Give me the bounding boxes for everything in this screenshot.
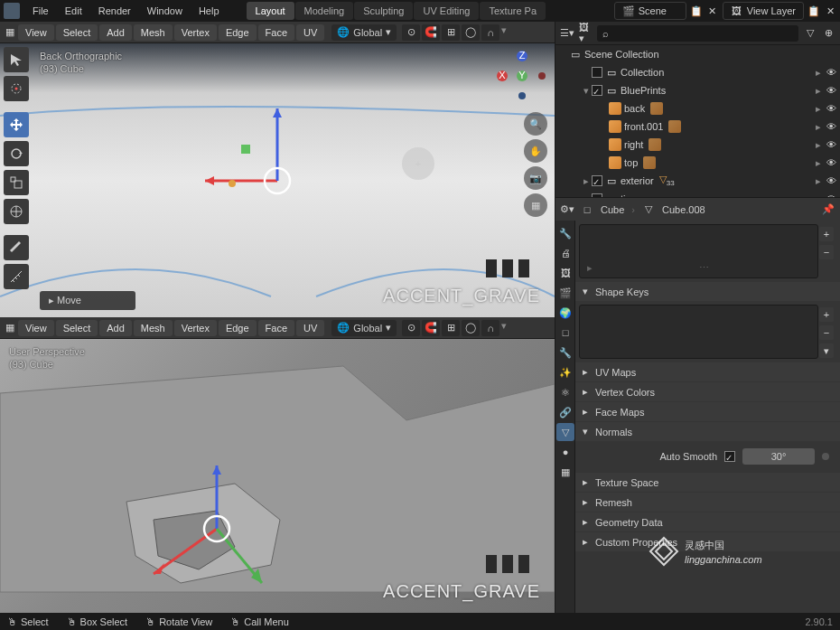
vh1-face[interactable]: Face [258, 24, 294, 41]
vh2-face[interactable]: Face [258, 320, 294, 336]
selectable-icon[interactable]: ▸ [816, 157, 821, 169]
tab-particles[interactable]: ✨ [556, 363, 574, 381]
tab-scene[interactable]: 🎬 [556, 284, 574, 302]
menu-window[interactable]: Window [140, 3, 190, 19]
auto-smooth-angle[interactable]: 30° [742, 448, 815, 465]
cursor-tool[interactable] [4, 47, 29, 72]
tab-material[interactable]: ● [556, 443, 574, 461]
grid-icon[interactable]: ▦ [524, 193, 547, 217]
scene-selector[interactable]: 🎬 Scene [614, 2, 686, 20]
eye-icon[interactable]: 👁 [826, 139, 836, 151]
selectable-icon[interactable]: ▸ [816, 121, 821, 133]
tab-render[interactable]: 🔧 [556, 224, 574, 242]
workspace-tab-layout[interactable]: Layout [247, 2, 294, 20]
transform-tool[interactable] [4, 199, 29, 224]
menu-render[interactable]: Render [91, 3, 138, 19]
remove-button[interactable]: − [819, 325, 834, 340]
viewport-bottom[interactable]: User Perspective (93) Cube ACCENT_GRAVE [0, 339, 555, 613]
eye-icon[interactable]: 👁 [826, 175, 836, 187]
panel-normals[interactable]: ▾Normals [575, 422, 840, 441]
zoom-icon[interactable]: 🔍 [524, 112, 547, 136]
proportional-icon[interactable]: ◯ [462, 320, 480, 336]
panel-texture-space[interactable]: ▸Texture Space [575, 473, 840, 492]
vh1-add[interactable]: Add [99, 24, 132, 41]
annotate-tool[interactable] [4, 235, 29, 260]
camera-icon[interactable]: 📷 [524, 166, 547, 190]
workspace-tab-sculpting[interactable]: Sculpting [354, 2, 413, 20]
tab-object[interactable]: □ [556, 324, 574, 342]
outliner-search[interactable]: ⌕ [597, 25, 798, 42]
shape-keys-list[interactable]: + − ▾ [579, 305, 818, 359]
selectable-icon[interactable]: ▸ [816, 139, 821, 151]
outliner-item[interactable]: top▸👁 [555, 154, 840, 172]
vertex-groups-list[interactable]: + − ▸ ⋯ [579, 224, 818, 278]
panel-uv-maps[interactable]: ▸UV Maps [575, 362, 840, 381]
transform-gizmo-2[interactable] [135, 447, 298, 610]
orientation-dropdown[interactable]: 🌐 Global ▾ [331, 24, 397, 41]
props-type-icon[interactable]: ⚙▾ [561, 203, 574, 216]
vh1-uv[interactable]: UV [296, 24, 324, 41]
menu-file[interactable]: File [25, 3, 56, 19]
display-mode-icon[interactable]: 🖼▾ [579, 27, 592, 40]
tab-modifiers[interactable]: 🔧 [556, 343, 574, 362]
outliner-item[interactable]: front.001▸👁 [555, 118, 840, 136]
layer-browse-icon[interactable]: 📋 [807, 5, 820, 17]
chevron-down-icon[interactable]: ▾ [501, 24, 507, 41]
tab-data[interactable]: ▽ [556, 423, 574, 441]
add-button[interactable]: + [819, 307, 834, 322]
transform-gizmo[interactable] [187, 90, 368, 271]
editor-type-icon[interactable]: ▦ [4, 26, 16, 39]
scale-tool[interactable] [4, 170, 29, 195]
pivot-icon[interactable]: ⊙ [402, 24, 420, 41]
vh2-mesh[interactable]: Mesh [134, 320, 173, 336]
vh2-uv[interactable]: UV [296, 320, 324, 336]
eye-icon[interactable]: 👁 [826, 67, 836, 79]
outliner-item[interactable]: ▾▭BluePrints▸👁 [555, 81, 840, 99]
snap-mode-icon[interactable]: ⊞ [442, 24, 460, 41]
vh2-vertex[interactable]: Vertex [174, 320, 217, 336]
eye-icon[interactable]: 👁 [826, 103, 836, 115]
selectable-icon[interactable]: ▸ [816, 103, 821, 115]
menu-edit[interactable]: Edit [58, 3, 89, 19]
orientation-dropdown-2[interactable]: 🌐 Global ▾ [331, 320, 397, 336]
vh2-view[interactable]: View [18, 320, 54, 336]
workspace-tab-texture[interactable]: Texture Pa [480, 2, 546, 20]
snap-icon[interactable]: 🧲 [422, 24, 440, 41]
visibility-checkbox[interactable] [592, 175, 602, 186]
expand-toggle[interactable]: ▾ [581, 85, 592, 97]
vh1-edge[interactable]: Edge [219, 24, 257, 41]
tab-world[interactable]: 🌍 [556, 304, 574, 322]
scene-close-icon[interactable]: ✕ [706, 5, 719, 17]
vh1-select[interactable]: Select [56, 24, 98, 41]
outliner-item[interactable]: ▸▭tires▸👁 [555, 190, 840, 197]
proportional-mode-icon[interactable]: ∩ [481, 320, 499, 336]
add-button[interactable]: + [819, 227, 834, 241]
vh2-edge[interactable]: Edge [219, 320, 257, 336]
outliner-root[interactable]: ▭ Scene Collection [555, 45, 840, 63]
auto-smooth-checkbox[interactable] [724, 451, 735, 462]
snap-mode-icon[interactable]: ⊞ [442, 320, 460, 336]
outliner-item[interactable]: right▸👁 [555, 136, 840, 154]
tab-viewlayer[interactable]: 🖼 [556, 264, 574, 282]
nav-gizmo[interactable]: XYZ [497, 51, 547, 103]
viewlayer-selector[interactable]: 🖼 View Layer [723, 2, 804, 20]
vh1-view[interactable]: View [18, 24, 54, 41]
visibility-checkbox[interactable] [592, 67, 602, 78]
animate-dot-icon[interactable] [822, 453, 829, 460]
proportional-icon[interactable]: ◯ [462, 24, 480, 41]
proportional-mode-icon[interactable]: ∩ [481, 24, 499, 41]
workspace-tab-modeling[interactable]: Modeling [295, 2, 354, 20]
visibility-checkbox[interactable] [592, 85, 602, 96]
eye-icon[interactable]: 👁 [826, 193, 836, 198]
tab-physics[interactable]: ⚛ [556, 383, 574, 401]
measure-tool[interactable] [4, 264, 29, 289]
selectable-icon[interactable]: ▸ [816, 193, 821, 198]
filter-icon[interactable]: ▽ [804, 27, 817, 40]
panel-face-maps[interactable]: ▸Face Maps [575, 402, 840, 421]
specials-button[interactable]: ▾ [819, 343, 834, 358]
tab-texture[interactable]: ▦ [556, 463, 574, 481]
redo-panel[interactable]: ▸ Move [40, 291, 135, 310]
pin-icon[interactable]: 📌 [822, 203, 835, 216]
outliner-item[interactable]: back▸👁 [555, 99, 840, 118]
move-tool[interactable] [4, 112, 29, 137]
